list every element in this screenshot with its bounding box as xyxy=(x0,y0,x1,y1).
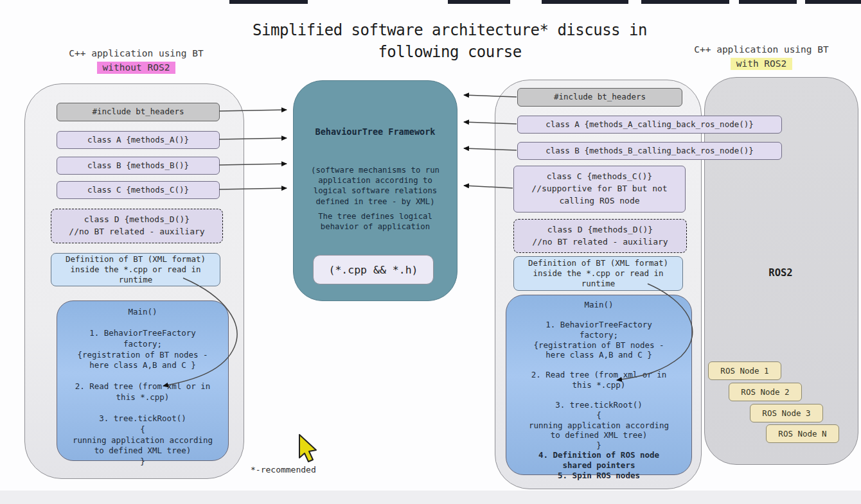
top-edge-fragment xyxy=(542,0,628,4)
top-edge-fragment xyxy=(805,0,861,4)
right-class-c-box: class C {methods_C()} //supportive for B… xyxy=(513,166,686,213)
ros2-label: ROS2 xyxy=(704,267,857,279)
ros-node-n-box: ROS Node N xyxy=(766,424,839,443)
right-class-a-box: class A {methods_A_calling_back_ros_node… xyxy=(517,116,782,134)
top-edge-fragment xyxy=(739,0,797,4)
framework-description: (software mechanisms to run application … xyxy=(294,165,457,207)
right-header-line: C++ application using BT xyxy=(662,42,861,56)
with-ros2-highlight: with ROS2 xyxy=(731,58,793,70)
mouse-cursor-icon xyxy=(299,435,316,462)
left-class-b-box: class B {methods_B()} xyxy=(57,157,220,175)
left-bt-definition-box: Definition of BT (XML format) inside the… xyxy=(51,253,220,286)
left-header-line: C++ application using BT xyxy=(32,46,240,60)
recommended-footnote: *-recommended xyxy=(251,465,353,474)
top-edge-fragment xyxy=(229,0,308,4)
left-class-a-box: class A {methods_A()} xyxy=(57,131,220,149)
right-main-body: Main() 1. BehaviorTreeFactory factory; {… xyxy=(529,300,669,450)
left-include-box: #include bt_headers xyxy=(57,103,220,121)
left-class-d-box: class D {methods_D()} //no BT related - … xyxy=(51,209,223,243)
right-column-header: C++ application using BT with ROS2 xyxy=(662,42,861,71)
framework-title: BehaviourTree Framework xyxy=(294,126,457,137)
diagram-title: Simplified software architecture* discus… xyxy=(193,19,707,63)
without-ros2-highlight: without ROS2 xyxy=(97,62,176,74)
framework-tree-note: The tree defines logical behavior of app… xyxy=(294,211,457,232)
ros-node-3-box: ROS Node 3 xyxy=(750,404,823,422)
diagram-canvas: Simplified software architecture* discus… xyxy=(0,0,861,504)
framework-files-box: (*.cpp && *.h) xyxy=(313,255,434,284)
left-main-box: Main() 1. BehaviorTreeFactory factory; {… xyxy=(57,300,229,461)
left-column-header: C++ application using BT without ROS2 xyxy=(32,46,240,75)
top-edge-fragment xyxy=(641,0,729,4)
right-class-d-box: class D {methods_D()} //no BT related - … xyxy=(513,219,687,253)
right-bt-definition-box: Definition of BT (XML format) inside the… xyxy=(513,256,683,291)
right-main-ros-steps: 4. Definition of ROS node shared pointer… xyxy=(538,450,659,480)
left-class-c-box: class C {methods_C()} xyxy=(57,181,220,199)
right-class-b-box: class B {methods_B_calling_back_ros_node… xyxy=(517,142,782,160)
right-main-box: Main() 1. BehaviorTreeFactory factory; {… xyxy=(506,295,692,475)
bottom-strip xyxy=(0,491,861,504)
ros-node-2-box: ROS Node 2 xyxy=(729,383,802,401)
top-edge-fragment xyxy=(448,0,510,4)
behaviourtree-framework-box: BehaviourTree Framework (software mechan… xyxy=(293,80,457,301)
ros-node-1-box: ROS Node 1 xyxy=(708,361,781,380)
right-include-box: #include bt_headers xyxy=(517,88,682,107)
